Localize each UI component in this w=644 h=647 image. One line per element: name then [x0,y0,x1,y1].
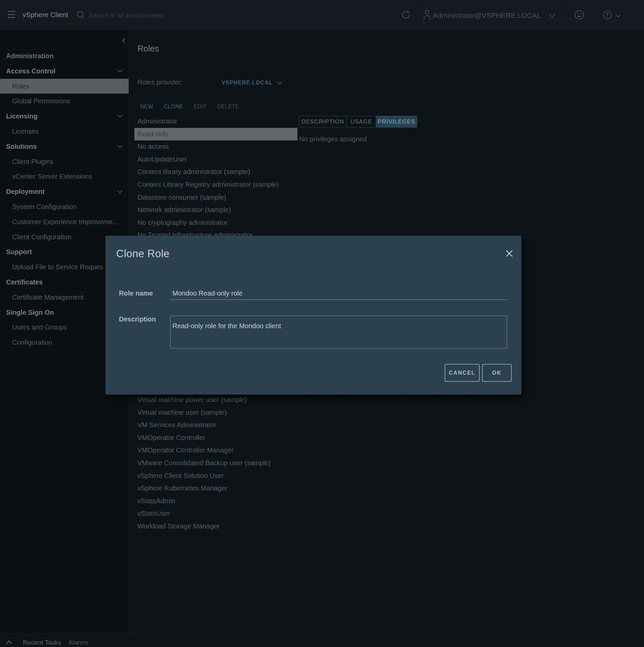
role-name-label: Role name [119,289,153,297]
role-name-input[interactable]: Mondoo Read-only role [172,289,243,297]
description-value: Read-only role for the Mondoo client [171,316,507,330]
role-name-input-underline [170,299,507,300]
description-label: Description [119,315,156,323]
cancel-button[interactable]: CANCEL [445,364,480,382]
ok-button[interactable]: OK [482,364,512,382]
dialog-title: Clone Role [116,248,169,260]
close-icon[interactable] [506,250,513,257]
description-textarea[interactable]: Read-only role for the Mondoo client [170,315,507,349]
vsphere-client-window: vSphere Client Search in all environment… [0,0,644,647]
clone-role-dialog: Clone Role Role name Mondoo Read-only ro… [105,236,521,395]
